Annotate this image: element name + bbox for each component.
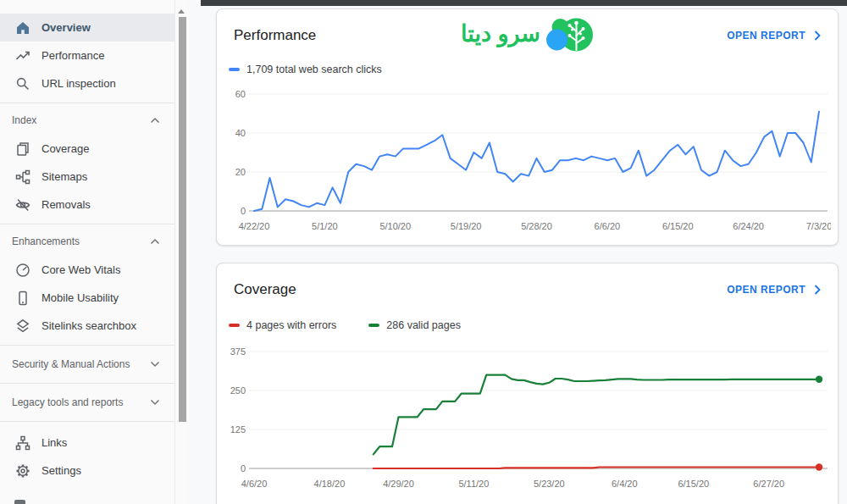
performance-card: Performance OPEN REPORT سرو دیتا [216,8,839,246]
svg-text:125: 125 [230,424,246,435]
legend-item-clicks: 1,709 total web search clicks [229,64,382,75]
svg-text:4/29/20: 4/29/20 [383,479,414,489]
eye-off-icon [15,197,30,213]
sidebar: Overview Performance URL inspection Inde… [0,0,188,504]
performance-icon [15,48,30,64]
svg-text:6/6/20: 6/6/20 [595,221,621,231]
legend-dash-green [368,324,379,327]
svg-text:7/3/20: 7/3/20 [806,221,831,231]
sidebar-item-overview[interactable]: Overview [0,14,174,42]
svg-text:6/15/20: 6/15/20 [678,479,709,489]
svg-text:5/10/20: 5/10/20 [379,221,411,231]
svg-text:5/19/20: 5/19/20 [451,221,482,231]
svg-text:6/24/20: 6/24/20 [733,221,764,231]
svg-text:60: 60 [235,89,246,99]
coverage-card-title: Coverage [234,281,296,298]
pages-icon [15,141,30,157]
sidebar-item-settings[interactable]: Settings [0,457,174,485]
sidebar-item-core-web-vitals[interactable]: Core Web Vitals [0,256,174,284]
chevron-down-icon [150,361,160,368]
legend-dash-blue [229,68,240,71]
sidebar-divider [0,224,174,224]
sidebar-item-removals[interactable]: Removals [0,191,174,219]
main-content: Performance OPEN REPORT سرو دیتا [188,0,847,504]
svg-text:250: 250 [230,385,246,396]
coverage-card: Coverage OPEN REPORT 4 pages with errors… [216,263,839,504]
svg-text:5/28/20: 5/28/20 [521,221,552,231]
layers-icon [15,318,30,334]
coverage-open-report-link[interactable]: OPEN REPORT [727,284,821,296]
sidebar-item-coverage[interactable]: Coverage [0,135,174,163]
svg-text:6/27/20: 6/27/20 [753,479,784,489]
sidebar-item-sitemaps[interactable]: Sitemaps [0,163,174,191]
sidebar-item-sitelinks-searchbox[interactable]: Sitelinks searchbox [0,312,174,340]
sidebar-section-enhancements[interactable]: Enhancements [0,227,174,256]
svg-text:375: 375 [230,346,246,357]
sidebar-item-label: Coverage [42,142,89,155]
gear-icon [15,463,30,479]
svg-text:0: 0 [241,206,246,216]
legend-dash-red [229,324,240,327]
svg-text:4/6/20: 4/6/20 [241,479,268,489]
svg-text:4/22/20: 4/22/20 [239,221,270,231]
site-logo-text: سرو دیتا [461,23,540,46]
topbar-remnant [201,0,847,6]
svg-text:40: 40 [235,128,246,138]
svg-text:5/1/20: 5/1/20 [312,221,338,231]
sidebar-item-links[interactable]: Links [0,429,174,457]
sidebar-item-label: Sitemaps [42,170,87,183]
cloud-tree-logo-icon [546,14,594,53]
coverage-legend: 4 pages with errors 286 valid pages [229,319,461,331]
svg-text:5/11/20: 5/11/20 [458,479,489,489]
sidebar-item-label: Sitelinks searchbox [42,319,136,332]
performance-card-title: Performance [234,27,316,44]
sidebar-scrollbar[interactable] [174,0,188,504]
section-label: Enhancements [12,235,80,247]
legend-item-valid: 286 valid pages [368,319,461,331]
sidebar-item-label: Overview [42,21,91,34]
sitemap-icon [15,169,30,185]
svg-text:6/4/20: 6/4/20 [612,479,638,489]
svg-text:4/18/20: 4/18/20 [314,479,346,489]
sidebar-item-label: Mobile Usability [42,291,119,304]
sidebar-section-index[interactable]: Index [0,106,174,135]
chevron-right-icon [814,30,821,41]
chevron-up-icon [150,238,160,245]
svg-text:5/23/20: 5/23/20 [534,479,565,489]
scrollbar-thumb[interactable] [179,17,186,422]
chevron-down-icon [150,399,160,406]
sidebar-divider [0,421,174,422]
sidebar-section-security-manual-actions[interactable]: Security & Manual Actions [0,346,174,383]
coverage-chart[interactable]: 01252503754/6/204/18/204/29/205/11/205/2… [225,341,831,492]
section-label: Security & Manual Actions [12,358,130,370]
sidebar-item-label: URL inspection [42,77,116,90]
chevron-up-icon [150,117,160,124]
sidebar-item-label: Links [42,436,67,449]
sidebar-item-url-inspection[interactable]: URL inspection [0,69,174,97]
links-icon [15,435,30,451]
sidebar-item-label: Core Web Vitals [42,263,120,276]
section-label: Legacy tools and reports [12,396,123,408]
sidebar-item-label: Settings [42,464,81,477]
partial-icon [14,500,25,504]
section-label: Index [12,114,36,126]
performance-open-report-link[interactable]: OPEN REPORT [727,30,821,42]
svg-text:20: 20 [235,167,246,177]
performance-chart[interactable]: 02040604/22/205/1/205/10/205/19/205/28/2… [225,84,831,235]
scrollbar-up-arrow-icon[interactable] [178,9,185,14]
chevron-right-icon [814,285,821,295]
home-icon [15,20,30,36]
performance-legend: 1,709 total web search clicks [229,64,382,75]
site-logo: سرو دیتا [461,14,594,53]
sidebar-divider [0,102,174,103]
legend-item-errors: 4 pages with errors [229,319,336,331]
sidebar-item-mobile-usability[interactable]: Mobile Usability [0,284,174,312]
sidebar-section-legacy-tools[interactable]: Legacy tools and reports [0,384,174,421]
phone-icon [15,291,30,306]
svg-text:0: 0 [241,463,246,474]
sidebar-item-label: Removals [42,198,91,211]
search-icon [15,76,30,91]
gauge-icon [15,263,30,278]
sidebar-item-performance[interactable]: Performance [0,42,174,69]
svg-text:6/15/20: 6/15/20 [662,221,694,231]
